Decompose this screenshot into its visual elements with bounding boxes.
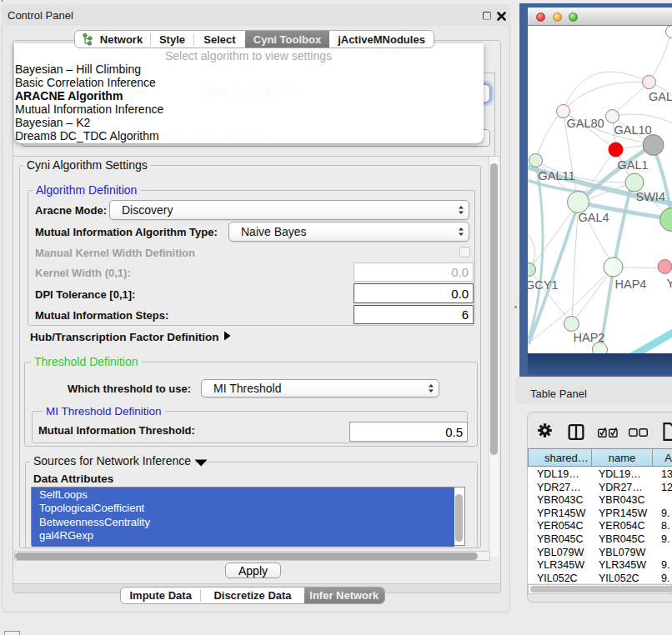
svg-text:SWI4: SWI4 (636, 190, 665, 203)
svg-text:GAL2: GAL2 (649, 90, 672, 103)
svg-text:Y: Y (667, 277, 672, 290)
svg-text:GAL11: GAL11 (539, 169, 575, 182)
svg-text:GAL1: GAL1 (618, 158, 649, 172)
svg-text:GAL10: GAL10 (614, 123, 652, 137)
svg-text:HAP2: HAP2 (574, 331, 605, 344)
svg-text:GAL80: GAL80 (567, 117, 604, 130)
svg-text:GCY1: GCY1 (528, 278, 559, 292)
svg-text:GAL4: GAL4 (579, 211, 609, 224)
svg-text:HAP4: HAP4 (615, 278, 647, 291)
